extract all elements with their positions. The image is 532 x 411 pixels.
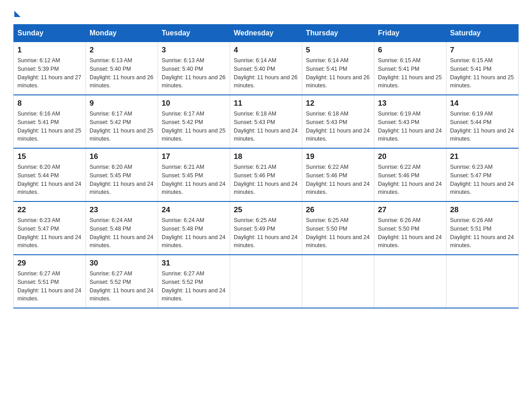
day-number: 11 [234, 99, 298, 108]
table-row: 7Sunrise: 6:15 AMSunset: 5:41 PMDaylight… [446, 42, 519, 95]
day-info: Sunrise: 6:13 AMSunset: 5:40 PMDaylight:… [162, 56, 226, 90]
day-info: Sunrise: 6:21 AMSunset: 5:45 PMDaylight:… [162, 163, 226, 197]
table-row: 5Sunrise: 6:14 AMSunset: 5:41 PMDaylight… [302, 42, 374, 95]
day-number: 14 [450, 99, 515, 108]
day-info: Sunrise: 6:15 AMSunset: 5:41 PMDaylight:… [378, 56, 442, 90]
table-row: 8Sunrise: 6:16 AMSunset: 5:41 PMDaylight… [14, 95, 86, 148]
table-row: 12Sunrise: 6:18 AMSunset: 5:43 PMDayligh… [302, 95, 374, 148]
day-info: Sunrise: 6:26 AMSunset: 5:51 PMDaylight:… [450, 216, 515, 250]
table-row [374, 255, 446, 308]
calendar-week-row: 8Sunrise: 6:16 AMSunset: 5:41 PMDaylight… [14, 95, 519, 148]
day-number: 18 [234, 152, 298, 161]
day-number: 30 [90, 259, 154, 268]
calendar-header-row: SundayMondayTuesdayWednesdayThursdayFrid… [14, 25, 519, 42]
table-row: 16Sunrise: 6:20 AMSunset: 5:45 PMDayligh… [86, 148, 158, 201]
table-row: 4Sunrise: 6:14 AMSunset: 5:40 PMDaylight… [230, 42, 302, 95]
col-header-friday: Friday [374, 25, 446, 42]
day-number: 2 [90, 46, 154, 55]
day-info: Sunrise: 6:20 AMSunset: 5:44 PMDaylight:… [17, 163, 82, 197]
day-info: Sunrise: 6:24 AMSunset: 5:48 PMDaylight:… [162, 216, 226, 250]
calendar-week-row: 1Sunrise: 6:12 AMSunset: 5:39 PMDaylight… [14, 42, 519, 95]
day-number: 3 [162, 46, 226, 55]
table-row: 2Sunrise: 6:13 AMSunset: 5:40 PMDaylight… [86, 42, 158, 95]
day-number: 12 [306, 99, 370, 108]
day-number: 31 [162, 259, 226, 268]
table-row: 14Sunrise: 6:19 AMSunset: 5:44 PMDayligh… [446, 95, 519, 148]
table-row: 3Sunrise: 6:13 AMSunset: 5:40 PMDaylight… [158, 42, 230, 95]
day-info: Sunrise: 6:20 AMSunset: 5:45 PMDaylight:… [90, 163, 154, 197]
day-info: Sunrise: 6:24 AMSunset: 5:48 PMDaylight:… [90, 216, 154, 250]
day-info: Sunrise: 6:19 AMSunset: 5:44 PMDaylight:… [450, 110, 515, 143]
day-info: Sunrise: 6:27 AMSunset: 5:51 PMDaylight:… [17, 270, 82, 303]
table-row: 9Sunrise: 6:17 AMSunset: 5:42 PMDaylight… [86, 95, 158, 148]
col-header-tuesday: Tuesday [158, 25, 230, 42]
table-row: 17Sunrise: 6:21 AMSunset: 5:45 PMDayligh… [158, 148, 230, 201]
table-row: 18Sunrise: 6:21 AMSunset: 5:46 PMDayligh… [230, 148, 302, 201]
day-number: 6 [378, 46, 442, 55]
table-row: 31Sunrise: 6:27 AMSunset: 5:52 PMDayligh… [158, 255, 230, 308]
day-info: Sunrise: 6:17 AMSunset: 5:42 PMDaylight:… [90, 110, 154, 143]
col-header-thursday: Thursday [302, 25, 374, 42]
table-row: 27Sunrise: 6:26 AMSunset: 5:50 PMDayligh… [374, 201, 446, 255]
day-info: Sunrise: 6:16 AMSunset: 5:41 PMDaylight:… [17, 110, 82, 143]
day-info: Sunrise: 6:12 AMSunset: 5:39 PMDaylight:… [17, 56, 82, 90]
col-header-monday: Monday [86, 25, 158, 42]
day-info: Sunrise: 6:25 AMSunset: 5:49 PMDaylight:… [234, 216, 298, 250]
table-row: 22Sunrise: 6:23 AMSunset: 5:47 PMDayligh… [14, 201, 86, 255]
day-number: 23 [90, 206, 154, 214]
day-info: Sunrise: 6:18 AMSunset: 5:43 PMDaylight:… [234, 110, 298, 143]
day-number: 20 [378, 152, 442, 161]
day-number: 10 [162, 99, 226, 108]
table-row: 26Sunrise: 6:25 AMSunset: 5:50 PMDayligh… [302, 201, 374, 255]
day-number: 21 [450, 152, 515, 161]
col-header-saturday: Saturday [446, 25, 519, 42]
day-number: 9 [90, 99, 154, 108]
day-number: 4 [234, 46, 298, 55]
col-header-sunday: Sunday [14, 25, 86, 42]
table-row: 19Sunrise: 6:22 AMSunset: 5:46 PMDayligh… [302, 148, 374, 201]
day-number: 16 [90, 152, 154, 161]
table-row: 29Sunrise: 6:27 AMSunset: 5:51 PMDayligh… [14, 255, 86, 308]
day-info: Sunrise: 6:27 AMSunset: 5:52 PMDaylight:… [162, 270, 226, 303]
day-number: 28 [450, 206, 515, 214]
col-header-wednesday: Wednesday [230, 25, 302, 42]
day-info: Sunrise: 6:14 AMSunset: 5:41 PMDaylight:… [306, 56, 370, 90]
table-row: 1Sunrise: 6:12 AMSunset: 5:39 PMDaylight… [14, 42, 86, 95]
logo [13, 9, 21, 15]
day-number: 26 [306, 206, 370, 214]
table-row: 28Sunrise: 6:26 AMSunset: 5:51 PMDayligh… [446, 201, 519, 255]
day-number: 13 [378, 99, 442, 108]
day-info: Sunrise: 6:17 AMSunset: 5:42 PMDaylight:… [162, 110, 226, 143]
day-info: Sunrise: 6:15 AMSunset: 5:41 PMDaylight:… [450, 56, 515, 90]
table-row: 10Sunrise: 6:17 AMSunset: 5:42 PMDayligh… [158, 95, 230, 148]
day-number: 25 [234, 206, 298, 214]
calendar-table: SundayMondayTuesdayWednesdayThursdayFrid… [13, 24, 519, 308]
table-row [302, 255, 374, 308]
day-number: 5 [306, 46, 370, 55]
day-number: 19 [306, 152, 370, 161]
day-info: Sunrise: 6:19 AMSunset: 5:43 PMDaylight:… [378, 110, 442, 143]
table-row: 30Sunrise: 6:27 AMSunset: 5:52 PMDayligh… [86, 255, 158, 308]
day-number: 29 [17, 259, 82, 268]
table-row [230, 255, 302, 308]
day-info: Sunrise: 6:22 AMSunset: 5:46 PMDaylight:… [306, 163, 370, 197]
day-number: 22 [17, 206, 82, 214]
day-info: Sunrise: 6:13 AMSunset: 5:40 PMDaylight:… [90, 56, 154, 90]
day-info: Sunrise: 6:22 AMSunset: 5:46 PMDaylight:… [378, 163, 442, 197]
table-row: 25Sunrise: 6:25 AMSunset: 5:49 PMDayligh… [230, 201, 302, 255]
calendar-week-row: 15Sunrise: 6:20 AMSunset: 5:44 PMDayligh… [14, 148, 519, 201]
logo-arrow-icon [14, 11, 21, 17]
day-info: Sunrise: 6:23 AMSunset: 5:47 PMDaylight:… [17, 216, 82, 250]
table-row: 11Sunrise: 6:18 AMSunset: 5:43 PMDayligh… [230, 95, 302, 148]
day-info: Sunrise: 6:14 AMSunset: 5:40 PMDaylight:… [234, 56, 298, 90]
table-row [446, 255, 519, 308]
day-info: Sunrise: 6:26 AMSunset: 5:50 PMDaylight:… [378, 216, 442, 250]
page-header [13, 9, 519, 15]
day-info: Sunrise: 6:21 AMSunset: 5:46 PMDaylight:… [234, 163, 298, 197]
day-number: 17 [162, 152, 226, 161]
table-row: 21Sunrise: 6:23 AMSunset: 5:47 PMDayligh… [446, 148, 519, 201]
table-row: 24Sunrise: 6:24 AMSunset: 5:48 PMDayligh… [158, 201, 230, 255]
table-row: 15Sunrise: 6:20 AMSunset: 5:44 PMDayligh… [14, 148, 86, 201]
day-info: Sunrise: 6:25 AMSunset: 5:50 PMDaylight:… [306, 216, 370, 250]
day-number: 15 [17, 152, 82, 161]
